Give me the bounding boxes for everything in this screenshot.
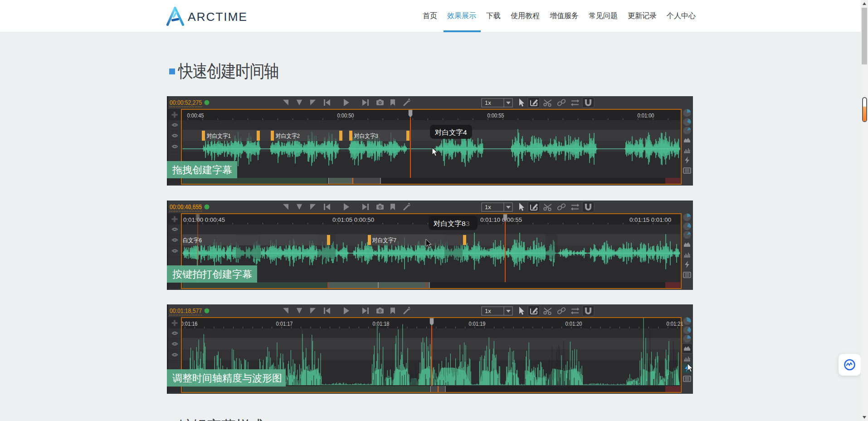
svg-text:0:01:16: 0:01:16 bbox=[181, 320, 198, 327]
svg-text:0:01:10 0:00:55: 0:01:10 0:00:55 bbox=[480, 216, 522, 223]
svg-text:0:01:17: 0:01:17 bbox=[276, 320, 293, 327]
svg-text:0:01:00: 0:01:00 bbox=[638, 112, 654, 119]
svg-text:0:01:20: 0:01:20 bbox=[566, 320, 582, 327]
svg-text:00:01:44,599: 00:01:44,599 bbox=[170, 203, 202, 210]
svg-text:0:01:21: 0:01:21 bbox=[667, 320, 683, 327]
svg-text:3: 3 bbox=[466, 220, 470, 227]
svg-text:调整时间轴精度与波形图: 调整时间轴精度与波形图 bbox=[172, 372, 282, 384]
svg-text:ARCTIME: ARCTIME bbox=[188, 10, 248, 24]
svg-text:对白文字7: 对白文字7 bbox=[372, 237, 396, 244]
svg-text:00:01:18,577: 00:01:18,577 bbox=[170, 307, 202, 314]
svg-text:0:01:19: 0:01:19 bbox=[469, 320, 486, 327]
svg-text:对白文字3: 对白文字3 bbox=[354, 132, 378, 139]
svg-text:0:01:15 0:01:00: 0:01:15 0:01:00 bbox=[629, 216, 671, 223]
svg-text:按键拍打创建字幕: 按键拍打创建字幕 bbox=[172, 269, 252, 280]
svg-text:1x: 1x bbox=[485, 308, 491, 314]
svg-text:0:00:55: 0:00:55 bbox=[488, 112, 504, 119]
svg-text:0:00:50: 0:00:50 bbox=[337, 112, 354, 119]
svg-text:拖拽创建字幕: 拖拽创建字幕 bbox=[172, 164, 232, 176]
svg-text:对白文字8: 对白文字8 bbox=[433, 220, 466, 227]
svg-text:1x: 1x bbox=[485, 99, 491, 106]
svg-text:0:01:05 0:00:50: 0:01:05 0:00:50 bbox=[332, 216, 374, 223]
svg-text:对白文字2: 对白文字2 bbox=[275, 132, 300, 139]
svg-text:白文字6: 白文字6 bbox=[183, 237, 202, 244]
svg-text:0:00:45: 0:00:45 bbox=[187, 112, 204, 119]
svg-text:0:01:00 0:00:45: 0:01:00 0:00:45 bbox=[183, 216, 225, 223]
svg-text:对白文字4: 对白文字4 bbox=[434, 128, 467, 136]
svg-text:对白文字1: 对白文字1 bbox=[206, 132, 231, 139]
svg-text:1x: 1x bbox=[485, 204, 491, 210]
svg-text:0:01:18: 0:01:18 bbox=[373, 320, 390, 327]
svg-text:00:00:52,275: 00:00:52,275 bbox=[170, 98, 202, 106]
